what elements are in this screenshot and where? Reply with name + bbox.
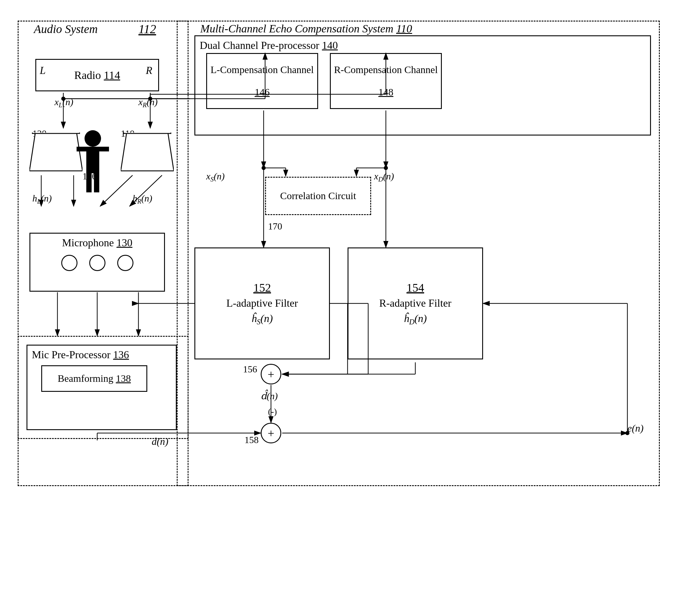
radio-R: R	[146, 64, 152, 77]
mic-preprocessor-label: Mic Pre-Processor	[32, 349, 110, 361]
sum-circle-1: +	[261, 364, 281, 385]
signal-xL-label: xL(n)	[54, 97, 73, 109]
multi-channel-label: Multi-Channel Echo Compensation System 1…	[200, 22, 412, 35]
r-comp-num: 148	[378, 87, 394, 98]
dual-channel-num: 140	[322, 40, 338, 51]
microphone-label: Microphone	[62, 237, 114, 249]
minus-label: (-)	[268, 406, 277, 417]
hR-label: hR(n)	[132, 193, 152, 205]
hL-label: hL(n)	[32, 193, 52, 205]
xD-label: xD(n)	[374, 171, 394, 183]
beamforming-num: 138	[116, 373, 131, 384]
svg-rect-13	[99, 147, 109, 151]
e-label: e(n)	[627, 423, 644, 434]
person-num: 166	[82, 171, 97, 182]
mic-preprocessor-num: 136	[113, 349, 129, 361]
r-comp-label: R-Compensation Channel	[334, 64, 438, 75]
radio-L: L	[40, 64, 46, 77]
svg-marker-4	[121, 132, 174, 171]
audio-system-label: Audio System	[34, 22, 98, 36]
mic-circle-3	[117, 255, 133, 271]
l-adaptive-num: 152	[253, 281, 271, 295]
dual-channel-label: Dual Channel Pre-processor	[200, 40, 319, 51]
multi-channel-text: Multi-Channel Echo Compensation System	[200, 22, 393, 35]
microphone-box: Microphone 130	[29, 233, 165, 292]
svg-rect-7	[124, 132, 171, 133]
mic-circle-1	[61, 255, 77, 271]
r-adaptive-box: 154 R-adaptive Filter ĥD(n)	[348, 247, 483, 360]
l-adaptive-label: L-adaptive Filter	[227, 297, 298, 309]
l-comp-label: L-Compensation Channel	[210, 64, 314, 75]
l-comp-box: L-Compensation Channel 146	[206, 53, 318, 109]
r-comp-box: R-Compensation Channel 148	[330, 53, 442, 109]
l-comp-num: 146	[255, 87, 270, 98]
svg-rect-12	[77, 147, 86, 151]
r-adaptive-num: 154	[406, 281, 424, 295]
speaker-right-icon	[121, 132, 174, 174]
dhat-label: d̂(n)	[261, 390, 278, 401]
correlation-num: 170	[268, 221, 282, 232]
person-figure	[72, 130, 114, 194]
r-adaptive-label: R-adaptive Filter	[379, 297, 452, 309]
microphone-num: 130	[116, 237, 132, 249]
sum2-num: 158	[245, 435, 259, 445]
radio-label: Radio	[74, 69, 101, 81]
sum-circle-2: +	[261, 423, 281, 443]
radio-box: Radio 114	[35, 59, 159, 91]
d-label: d(n)	[152, 436, 169, 447]
beamforming-box: Beamforming 138	[41, 365, 147, 392]
correlation-box: Correlation Circuit	[265, 177, 371, 215]
hS-hat-label: ĥS(n)	[252, 312, 273, 326]
l-adaptive-box: 152 L-adaptive Filter ĥS(n)	[195, 247, 330, 360]
signal-xR-label: xR(n)	[138, 97, 158, 109]
multi-channel-num: 110	[396, 22, 412, 35]
audio-system-text: Audio System	[34, 22, 98, 35]
xS-label: xS(n)	[206, 171, 225, 183]
radio-num: 114	[104, 69, 120, 81]
beamforming-label: Beamforming	[58, 373, 114, 384]
hD-hat-label: ĥD(n)	[404, 312, 427, 326]
svg-point-8	[84, 130, 101, 147]
correlation-label: Correlation Circuit	[280, 190, 356, 201]
mic-circle-2	[89, 255, 105, 271]
audio-system-num: 112	[138, 22, 156, 36]
sum1-num: 156	[243, 364, 257, 375]
svg-rect-9	[86, 147, 99, 173]
